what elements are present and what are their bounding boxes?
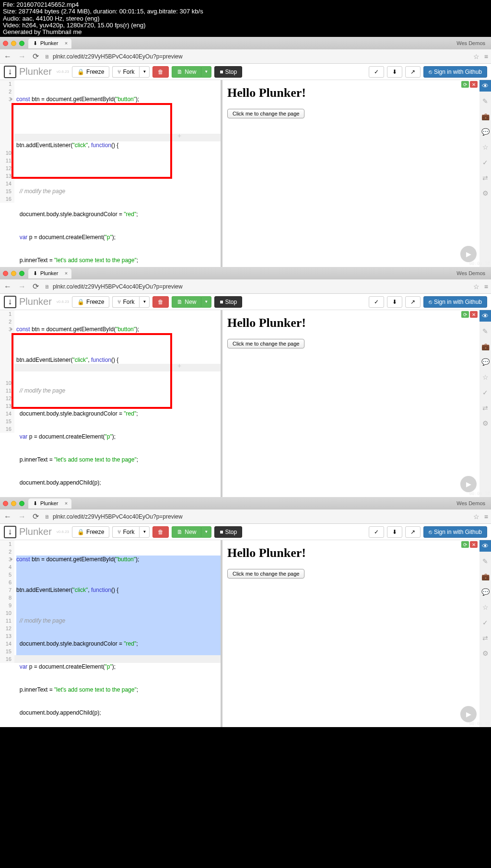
minimize-window-icon[interactable] — [11, 41, 16, 46]
code-editor[interactable]: 12310111213141516 ▸ const btn = document… — [0, 310, 221, 497]
url-input[interactable]: 🗎plnkr.co/edit/z29VyH5BPvC4oc40EyOu?p=pr… — [45, 513, 468, 520]
maximize-window-icon[interactable] — [19, 41, 24, 46]
close-preview-icon[interactable]: ✕ — [470, 311, 478, 318]
chat-icon[interactable]: 💬 — [481, 588, 490, 596]
check-icon[interactable]: ✓ — [482, 619, 488, 626]
reload-icon[interactable]: ⟳ — [32, 512, 40, 521]
close-tab-icon[interactable]: × — [65, 40, 68, 46]
preview-action-button[interactable]: Click me to change the page — [227, 339, 304, 348]
close-tab-icon[interactable]: × — [65, 500, 68, 506]
back-icon[interactable]: ← — [3, 512, 12, 521]
check-button[interactable]: ✓ — [369, 296, 384, 308]
preview-action-button[interactable]: Click me to change the page — [227, 109, 304, 118]
check-button[interactable]: ✓ — [369, 526, 384, 538]
eye-icon[interactable]: 👁 — [479, 310, 491, 322]
edit-icon[interactable]: ✎ — [482, 557, 488, 565]
delete-button[interactable]: 🗑 — [152, 296, 169, 308]
signin-button[interactable]: ⎋Sign in with Github — [423, 66, 487, 78]
delete-button[interactable]: 🗑 — [152, 526, 169, 538]
star-icon[interactable]: ☆ — [482, 603, 489, 611]
close-preview-icon[interactable]: ✕ — [470, 81, 478, 88]
fold-marker-icon[interactable]: ▸ — [11, 96, 13, 101]
briefcase-icon[interactable]: 💼 — [481, 573, 490, 580]
preview-action-button[interactable]: Click me to change the page — [227, 569, 304, 579]
fork-dropdown[interactable]: ▼ — [139, 66, 150, 78]
signin-button[interactable]: ⎋Sign in with Github — [423, 296, 487, 308]
freeze-button[interactable]: 🔒Freeze — [72, 526, 109, 538]
menu-icon[interactable]: ≡ — [484, 283, 488, 290]
back-icon[interactable]: ← — [3, 282, 12, 291]
minimize-window-icon[interactable] — [11, 271, 16, 276]
gear-icon[interactable]: ⚙ — [482, 649, 489, 657]
refresh-preview-icon[interactable]: ⟳ — [461, 81, 469, 88]
add-line-icon[interactable]: + — [177, 132, 181, 139]
fork-dropdown[interactable]: ▼ — [139, 526, 150, 538]
plunker-logo-icon[interactable]: ↓ — [4, 66, 16, 78]
retweet-icon[interactable]: ⇄ — [482, 634, 488, 642]
chat-icon[interactable]: 💬 — [481, 128, 490, 136]
reload-icon[interactable]: ⟳ — [32, 282, 40, 291]
download-button[interactable]: ⬇ — [387, 526, 402, 538]
new-button[interactable]: 🗎New — [172, 66, 201, 78]
check-icon[interactable]: ✓ — [482, 389, 488, 396]
bookmark-icon[interactable]: ☆ — [473, 283, 479, 290]
new-dropdown[interactable]: ▼ — [201, 66, 211, 78]
bookmark-icon[interactable]: ☆ — [473, 53, 479, 60]
close-window-icon[interactable] — [3, 501, 8, 506]
fork-button[interactable]: ⑂Fork — [112, 296, 139, 308]
browser-tab[interactable]: ⬇ Plunker × — [28, 268, 71, 278]
stop-button[interactable]: ■Stop — [214, 526, 242, 538]
check-button[interactable]: ✓ — [369, 66, 384, 78]
check-icon[interactable]: ✓ — [482, 159, 488, 166]
download-button[interactable]: ⬇ — [387, 296, 402, 308]
code-editor[interactable]: 12345678910111213141516 ▸ const btn = do… — [0, 540, 221, 727]
edit-icon[interactable]: ✎ — [482, 327, 488, 335]
retweet-icon[interactable]: ⇄ — [482, 404, 488, 412]
download-button[interactable]: ⬇ — [387, 66, 402, 78]
retweet-icon[interactable]: ⇄ — [482, 174, 488, 182]
freeze-button[interactable]: 🔒Freeze — [72, 296, 109, 308]
fork-dropdown[interactable]: ▼ — [139, 296, 150, 308]
signin-button[interactable]: ⎋Sign in with Github — [423, 526, 487, 538]
eye-icon[interactable]: 👁 — [479, 80, 491, 92]
menu-icon[interactable]: ≡ — [484, 513, 488, 521]
forward-icon[interactable]: → — [17, 282, 27, 291]
reload-icon[interactable]: ⟳ — [32, 52, 40, 61]
url-input[interactable]: 🗎 plnkr.co/edit/z29VyH5BPvC4oc40EyOu?p=p… — [45, 283, 468, 290]
star-icon[interactable]: ☆ — [482, 143, 489, 151]
plunker-logo-icon[interactable]: ↓ — [4, 526, 16, 538]
eye-icon[interactable]: 👁 — [479, 540, 491, 552]
delete-button[interactable]: 🗑 — [152, 66, 169, 78]
external-button[interactable]: ↗ — [405, 296, 421, 308]
close-window-icon[interactable] — [3, 271, 8, 276]
new-button[interactable]: 🗎New — [172, 296, 201, 308]
edit-icon[interactable]: ✎ — [482, 97, 488, 105]
fold-marker-icon[interactable]: ▸ — [11, 326, 13, 331]
close-tab-icon[interactable]: × — [65, 270, 68, 276]
fork-button[interactable]: ⑂Fork — [112, 526, 139, 538]
browser-tab[interactable]: ⬇ Plunker × — [28, 38, 71, 48]
gear-icon[interactable]: ⚙ — [482, 419, 489, 427]
add-line-icon[interactable]: + — [177, 362, 181, 370]
new-dropdown[interactable]: ▼ — [201, 526, 211, 538]
forward-icon[interactable]: → — [17, 512, 27, 521]
bookmark-icon[interactable]: ☆ — [473, 513, 479, 521]
star-icon[interactable]: ☆ — [482, 373, 489, 381]
briefcase-icon[interactable]: 💼 — [481, 343, 490, 350]
refresh-preview-icon[interactable]: ⟳ — [461, 541, 469, 548]
new-dropdown[interactable]: ▼ — [201, 296, 211, 308]
maximize-window-icon[interactable] — [19, 501, 24, 506]
external-button[interactable]: ↗ — [405, 66, 421, 78]
maximize-window-icon[interactable] — [19, 271, 24, 276]
close-preview-icon[interactable]: ✕ — [470, 541, 478, 548]
code-editor[interactable]: 12310111213141516 ▸ const btn = document… — [0, 80, 221, 267]
external-button[interactable]: ↗ — [405, 526, 421, 538]
fork-button[interactable]: ⑂Fork — [112, 66, 139, 78]
stop-button[interactable]: ■Stop — [214, 296, 242, 308]
briefcase-icon[interactable]: 💼 — [481, 113, 490, 120]
plunker-logo-icon[interactable]: ↓ — [4, 296, 16, 308]
menu-icon[interactable]: ≡ — [484, 53, 488, 60]
freeze-button[interactable]: 🔒Freeze — [72, 66, 109, 78]
forward-icon[interactable]: → — [17, 52, 27, 61]
stop-button[interactable]: ■Stop — [214, 66, 242, 78]
